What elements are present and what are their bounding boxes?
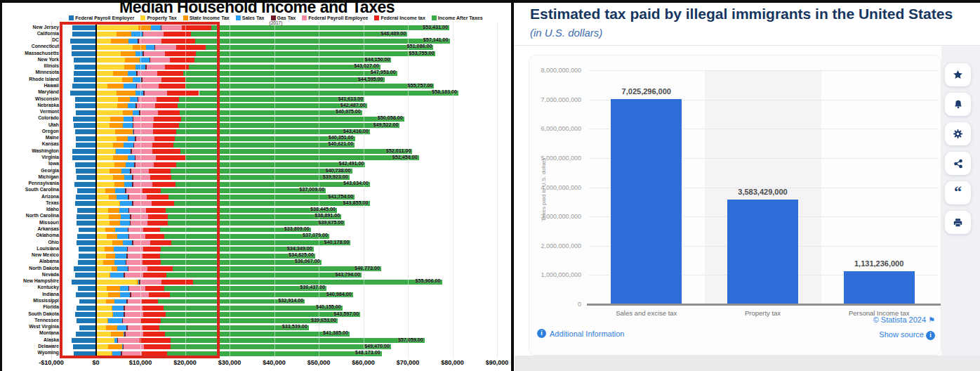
bar-segment-income-after-taxes (191, 32, 407, 37)
state-label: Connecticut (0, 43, 59, 49)
income-value-label: $49,470.00 (364, 343, 390, 349)
legend-item: Federal Payroll Employer (69, 15, 134, 20)
share-button[interactable] (945, 152, 971, 175)
state-label: Oregon (0, 128, 59, 134)
legend-item: State Income Tax (183, 15, 230, 20)
income-value-label: $44,595.00 (358, 76, 383, 82)
state-label: Vermont (0, 108, 59, 115)
income-value-label: $42,487.00 (340, 102, 366, 108)
y-tick-label: 8,000,000,000 (491, 67, 581, 74)
additional-information-link[interactable]: i Additional Information (537, 329, 624, 338)
y-tick-label: 1,000,000,000 (491, 271, 581, 278)
state-label: Maryland (0, 89, 59, 95)
legend-swatch (236, 15, 241, 20)
bar-segment-income-after-taxes (211, 25, 449, 30)
legend-item: Gas Tax (271, 15, 296, 20)
legend-item: Property Tax (140, 15, 176, 20)
x-tick-label: $50,000 (297, 359, 340, 366)
state-label: Colorado (0, 115, 59, 121)
cite-button[interactable]: “ (945, 181, 971, 204)
x-tick-label: -$10,000 (29, 359, 73, 366)
state-label: Alaska (0, 337, 59, 343)
legend-item: Sales Tax (236, 15, 265, 20)
state-label: Arkansas (0, 226, 59, 232)
state-label: California (0, 30, 59, 37)
state-label: New York (0, 56, 59, 63)
bar[interactable] (611, 99, 682, 304)
income-value-label: $41,385.00 (323, 330, 348, 336)
star-icon (953, 70, 963, 80)
grid-line (588, 70, 937, 71)
favorite-button[interactable] (945, 63, 971, 86)
settings-button[interactable] (945, 122, 971, 145)
state-label: DC (0, 37, 59, 43)
state-label: North Carolina (0, 212, 59, 219)
state-label: Iowa (0, 160, 59, 167)
state-label: Florida (0, 304, 59, 310)
state-label: Louisiana (0, 245, 59, 252)
screenshot-root: Median Household Income and Taxes Federa… (0, 0, 980, 371)
info-icon: i (537, 329, 546, 338)
alerts-button[interactable] (945, 93, 971, 116)
state-label: Wyoming (0, 349, 59, 356)
y-tick-label: 0 (491, 301, 581, 308)
legend-swatch (140, 15, 145, 20)
income-value-label: $34,349.00 (287, 245, 312, 252)
state-label: Kansas (0, 141, 59, 147)
income-value-label: $47,953.00 (371, 69, 396, 75)
income-value-label: $33,539.00 (282, 323, 307, 330)
state-label: Virginia (0, 154, 59, 160)
right-chart-title: Estimated tax paid by illegal immigrants… (530, 6, 972, 22)
y-tick-label: 3,000,000,000 (491, 213, 581, 220)
income-value-label: $43,027.00 (354, 63, 379, 69)
grid-line-overlay (274, 22, 275, 358)
y-tick-label: 6,000,000,000 (491, 125, 581, 132)
bar[interactable] (844, 271, 915, 304)
income-value-label: $40,621.00 (328, 141, 353, 147)
state-label: Missouri (0, 219, 59, 226)
state-label: New Jersey (0, 24, 59, 30)
income-value-label: $57,141.00 (423, 37, 449, 43)
income-value-label: $43,855.00 (343, 200, 369, 206)
state-label: Tennessee (0, 317, 59, 323)
state-label: Ohio (0, 239, 59, 245)
state-label: West Virginia (0, 323, 59, 330)
state-label: Massachusetts (0, 50, 59, 56)
x-tick-label: $30,000 (208, 359, 251, 366)
annotation-rectangle (60, 22, 220, 358)
bar-value-label: 7,025,296,000 (594, 87, 699, 96)
grid-line-overlay (408, 22, 409, 358)
x-tick-label: $40,000 (253, 359, 296, 366)
bar[interactable] (727, 200, 798, 304)
bar-segment-income-after-taxes (185, 155, 419, 160)
state-label: Maine (0, 134, 59, 141)
bell-icon (953, 99, 963, 110)
y-tick-label: 7,000,000,000 (491, 96, 581, 103)
state-label: Nevada (0, 271, 59, 278)
income-value-label: $40,984.00 (326, 291, 352, 297)
income-value-label: $58,183.00 (432, 89, 457, 95)
income-value-label: $50,058.00 (378, 115, 403, 121)
income-value-label: $51,086.00 (406, 43, 432, 49)
x-tick-label: $60,000 (342, 359, 385, 366)
state-label: Michigan (0, 174, 59, 180)
print-button[interactable] (945, 211, 971, 234)
y-tick-label: 4,000,000,000 (491, 184, 581, 191)
state-label: Illinois (0, 63, 59, 69)
info-icon: i (926, 331, 935, 340)
category-label: Property tax (707, 309, 819, 317)
income-value-label: $33,809.00 (284, 226, 310, 232)
show-source-link[interactable]: Show source i (724, 330, 935, 340)
state-label: Mississippi (0, 297, 59, 304)
legend-swatch (432, 15, 437, 20)
income-value-label: $43,416.00 (343, 128, 369, 134)
y-tick-label: 5,000,000,000 (491, 155, 581, 162)
income-value-label: $52,458.00 (392, 154, 418, 160)
top-border (0, 0, 980, 3)
category-label: Personal Income tax (823, 309, 935, 317)
state-label: Texas (0, 200, 59, 206)
income-value-label: $39,653.00 (311, 317, 336, 323)
grid-line-overlay (453, 22, 453, 358)
income-value-label: $48,173.00 (355, 349, 380, 356)
income-value-label: $41,754.00 (328, 193, 353, 200)
